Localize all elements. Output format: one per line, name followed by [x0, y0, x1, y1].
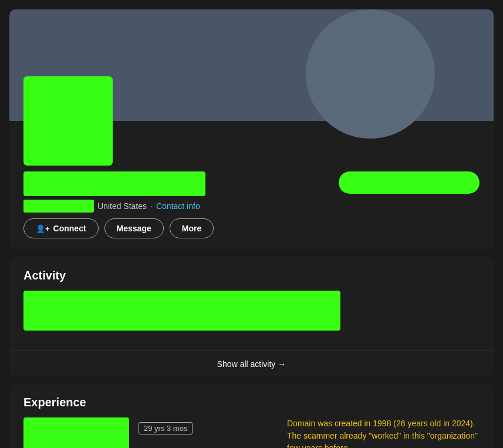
- experience-details: 29 yrs 3 mos: [139, 417, 271, 434]
- profile-name-redacted: [23, 171, 205, 196]
- connect-label: Connect: [53, 224, 86, 233]
- experience-card: Experience 29 yrs 3 mos Domain was creat…: [9, 384, 494, 448]
- profile-card: United States · Contact info 👤+ Connect …: [9, 9, 494, 250]
- avatar: [23, 76, 113, 166]
- more-label: More: [182, 224, 201, 233]
- show-all-activity-button[interactable]: Show all activity →: [9, 351, 494, 377]
- experience-duration: 29 yrs 3 mos: [139, 422, 193, 434]
- activity-card: Activity Show all activity →: [9, 257, 494, 377]
- profile-location: United States: [97, 201, 147, 211]
- profile-body: United States · Contact info 👤+ Connect …: [9, 76, 494, 250]
- activity-title: Activity: [23, 269, 480, 282]
- more-button[interactable]: More: [170, 218, 214, 238]
- annotation-bubble: Domain was created in 1998 (26 years old…: [280, 417, 480, 448]
- profile-top-row: [23, 171, 480, 196]
- activity-section: Activity: [9, 257, 494, 351]
- annotation-text: Domain was created in 1998 (26 years old…: [287, 419, 478, 448]
- message-label: Message: [117, 224, 151, 233]
- activity-image-redacted: [23, 291, 340, 331]
- profile-actions: 👤+ Connect Message More: [23, 218, 480, 238]
- profile-subtitle-row: United States · Contact info: [23, 200, 480, 213]
- message-button[interactable]: Message: [104, 218, 164, 238]
- connect-icon: 👤+: [36, 224, 50, 233]
- show-all-activity-label: Show all activity →: [217, 359, 286, 369]
- connect-button[interactable]: 👤+ Connect: [23, 218, 99, 238]
- profile-action-redacted: [339, 171, 480, 194]
- experience-item: 29 yrs 3 mos Domain was created in 1998 …: [23, 417, 480, 448]
- experience-logo-redacted: [23, 417, 129, 448]
- profile-separator: ·: [150, 201, 153, 211]
- contact-info-link[interactable]: Contact info: [156, 201, 200, 211]
- experience-title: Experience: [23, 396, 480, 409]
- experience-section: Experience 29 yrs 3 mos Domain was creat…: [9, 384, 494, 448]
- profile-subtitle-redacted: [23, 200, 94, 213]
